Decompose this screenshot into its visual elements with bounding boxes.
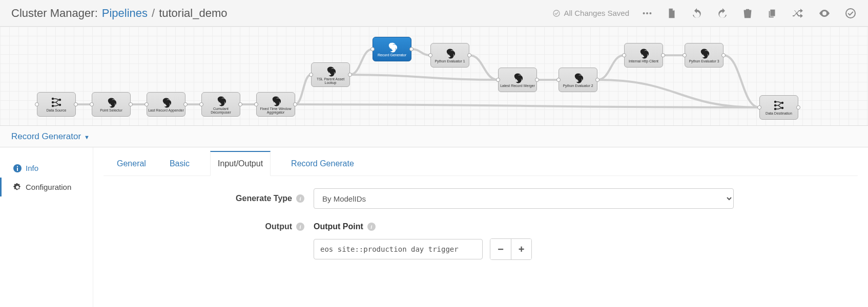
shuffle-icon: [791, 7, 804, 19]
node-recordGen[interactable]: Record Generator: [373, 37, 411, 61]
swirl-icon: [512, 72, 523, 83]
generate-type-label: Generate Type i: [206, 194, 314, 203]
check-outline-icon: [844, 7, 857, 19]
branch-icon: [51, 97, 62, 108]
svg-point-1: [646, 12, 648, 14]
breadcrumb-separator: /: [152, 7, 155, 20]
node-pointSelector[interactable]: Point Selector: [92, 92, 131, 117]
selected-operator-dropdown[interactable]: Record Generator ▼: [0, 126, 868, 147]
node-label: Python Evaluator 1: [435, 59, 465, 63]
config-tabs: GeneralBasicInput/OutputRecord Generate: [104, 147, 858, 176]
swirl-icon: [106, 97, 117, 108]
selected-operator-label: Record Generator: [11, 131, 81, 142]
node-fixedTime[interactable]: Fixed Time Window Aggregator: [256, 92, 295, 117]
node-label: Python Evaluator 2: [563, 84, 593, 87]
eye-icon: [818, 7, 831, 19]
swirl-icon: [270, 95, 281, 106]
tab-recgen[interactable]: Record Generate: [288, 151, 357, 176]
node-label: Latest Record Merger: [500, 84, 535, 87]
caret-down-icon: ▼: [84, 134, 90, 140]
node-httpClient[interactable]: Internal Http Client: [624, 43, 663, 68]
shuffle-button[interactable]: [791, 7, 804, 19]
toolbar: [642, 7, 857, 19]
preview-button[interactable]: [818, 7, 831, 19]
swirl-icon: [698, 48, 710, 59]
redo-icon: [716, 7, 729, 19]
tab-general[interactable]: General: [114, 151, 149, 176]
ellipsis-icon: [642, 8, 653, 19]
node-label: Data Source: [47, 108, 67, 112]
tab-io[interactable]: Input/Output: [210, 151, 271, 176]
undo-button[interactable]: [691, 7, 703, 19]
side-tab-config[interactable]: Configuration: [0, 178, 93, 196]
node-label: Data Destination: [766, 112, 792, 115]
node-label: Internal Http Client: [629, 59, 658, 63]
node-lastRecord[interactable]: Last Record Appender: [147, 92, 185, 117]
branch-icon: [773, 100, 784, 111]
remove-point-button[interactable]: −: [490, 239, 511, 259]
breadcrumb-current: tutorial_demo: [159, 7, 227, 20]
delete-button[interactable]: [742, 7, 753, 19]
svg-point-2: [649, 12, 651, 14]
node-pyEval2[interactable]: Python Evaluator 2: [559, 68, 597, 92]
trash-icon: [742, 7, 753, 19]
node-label: Record Generator: [378, 53, 406, 57]
output-point-input[interactable]: [314, 239, 483, 259]
breadcrumb-pipelines-link[interactable]: Pipelines: [102, 7, 148, 20]
info-icon: [13, 164, 22, 172]
node-label: TSL Parent Asset Lookup: [313, 77, 348, 85]
node-label: Last Record Appender: [148, 108, 184, 112]
more-button[interactable]: [642, 8, 653, 19]
svg-point-0: [643, 12, 645, 14]
output-label: Output i: [206, 222, 314, 231]
config-sidebar: InfoConfiguration: [0, 147, 93, 307]
output-point-label: Output Point i: [314, 222, 853, 231]
validate-button[interactable]: [844, 7, 857, 19]
generate-type-select[interactable]: By ModelIDs: [314, 188, 734, 209]
node-tslParent[interactable]: TSL Parent Asset Lookup: [311, 62, 350, 87]
help-icon[interactable]: i: [296, 223, 304, 231]
file-icon: [666, 7, 677, 19]
node-label: Point Selector: [100, 108, 122, 112]
node-dataDest[interactable]: Data Destination: [759, 95, 798, 120]
check-circle-icon: [552, 9, 561, 17]
copy-button[interactable]: [767, 7, 778, 19]
node-dataSource[interactable]: Data Source: [37, 92, 76, 117]
help-icon[interactable]: i: [367, 223, 376, 231]
add-point-button[interactable]: +: [511, 239, 531, 259]
node-pyEval3[interactable]: Python Evaluator 3: [685, 43, 724, 68]
swirl-icon: [572, 72, 584, 83]
swirl-icon: [386, 41, 398, 53]
swirl-icon: [444, 48, 456, 59]
gear-icon: [13, 183, 22, 191]
breadcrumb: Cluster Manager: Pipelines / tutorial_de…: [11, 7, 227, 20]
swirl-icon: [325, 65, 336, 77]
node-label: Cumulant Decomposer: [203, 107, 239, 115]
swirl-icon: [215, 95, 226, 106]
node-pyEval1[interactable]: Python Evaluator 1: [430, 43, 469, 68]
swirl-icon: [638, 48, 649, 59]
redo-button[interactable]: [716, 7, 729, 19]
swirl-icon: [160, 97, 172, 108]
config-form: Generate Type i By ModelIDs Output i Out…: [104, 176, 858, 260]
pipeline-canvas[interactable]: Data SourcePoint SelectorLast Record App…: [0, 27, 868, 126]
node-label: Fixed Time Window Aggregator: [258, 107, 294, 115]
save-status: All Changes Saved: [552, 9, 629, 17]
undo-icon: [691, 7, 703, 19]
help-icon[interactable]: i: [296, 194, 304, 203]
node-cumulant[interactable]: Cumulant Decomposer: [201, 92, 240, 117]
node-label: Python Evaluator 3: [689, 59, 719, 63]
side-tab-info[interactable]: Info: [0, 159, 93, 178]
new-file-button[interactable]: [666, 7, 677, 19]
node-latestMerger[interactable]: Latest Record Merger: [498, 68, 537, 92]
tab-basic[interactable]: Basic: [167, 151, 193, 176]
copy-icon: [767, 7, 778, 19]
header-title: Cluster Manager:: [11, 7, 98, 20]
